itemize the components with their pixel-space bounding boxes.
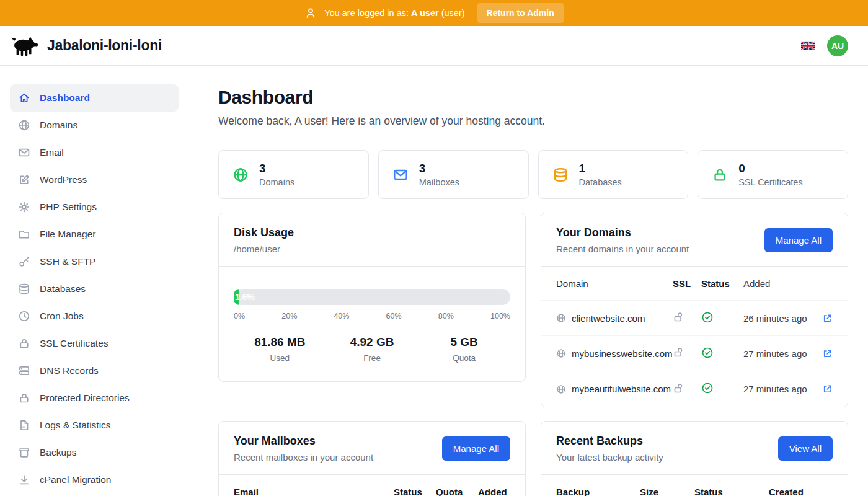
column-header: Added bbox=[478, 487, 510, 496]
sidebar-item-dns-records[interactable]: DNS Records bbox=[10, 357, 179, 384]
disk-usage-path: /home/user bbox=[234, 244, 294, 254]
scale-tick: 20% bbox=[281, 312, 297, 321]
file-icon bbox=[18, 419, 30, 432]
disk-usage-percent: 1.6% bbox=[235, 292, 255, 302]
sidebar-item-email[interactable]: Email bbox=[10, 139, 179, 166]
database-icon bbox=[552, 167, 569, 183]
disk-usage-scale: 0% 20% 40% 60% 80% 100% bbox=[234, 312, 510, 321]
column-header: Email bbox=[234, 487, 394, 496]
sidebar-item-domains[interactable]: Domains bbox=[10, 112, 179, 139]
stat-label: Mailboxes bbox=[419, 177, 459, 187]
column-header: SSL bbox=[673, 278, 701, 289]
sidebar-item-php-settings[interactable]: PHP Settings bbox=[10, 193, 179, 221]
stat-card-mailboxes[interactable]: 3 Mailboxes bbox=[378, 150, 529, 199]
check-circle-icon bbox=[701, 311, 714, 324]
column-header: Backup bbox=[556, 487, 640, 496]
stat-card-databases[interactable]: 1 Databases bbox=[538, 150, 689, 199]
download-icon bbox=[18, 474, 30, 486]
sidebar-item-ssh-sftp[interactable]: SSH & SFTP bbox=[10, 248, 179, 275]
domain-row: clientwebsite.com 26 minutes ago bbox=[541, 301, 848, 336]
clock-icon bbox=[18, 310, 30, 322]
boar-logo-icon bbox=[10, 34, 38, 58]
stats-row: 3 Domains 3 Mailboxes 1 Databases bbox=[218, 150, 848, 199]
scale-tick: 0% bbox=[234, 312, 245, 321]
view-all-backups-button[interactable]: View All bbox=[778, 436, 833, 461]
globe-icon bbox=[18, 119, 30, 131]
stat-value: 1 bbox=[579, 162, 622, 175]
sidebar-item-label: Databases bbox=[40, 283, 86, 294]
sidebar-item-label: Email bbox=[40, 147, 64, 158]
stat-value: 3 bbox=[419, 162, 459, 175]
sidebar-item-databases[interactable]: Databases bbox=[10, 275, 179, 303]
sidebar-item-backups[interactable]: Backups bbox=[10, 439, 179, 466]
column-header: Status bbox=[394, 487, 436, 496]
page-subtitle: Welcome back, A user! Here is an overvie… bbox=[218, 115, 848, 128]
stat-card-domains[interactable]: 3 Domains bbox=[218, 150, 369, 199]
unlock-icon bbox=[673, 347, 684, 358]
brand[interactable]: Jabaloni-loni-loni bbox=[10, 34, 162, 58]
lock-icon bbox=[712, 167, 728, 183]
sidebar: Dashboard Domains Email WordPress PHP Se… bbox=[0, 66, 188, 496]
external-link-icon[interactable] bbox=[822, 348, 833, 359]
database-icon bbox=[18, 283, 30, 295]
sidebar-item-label: PHP Settings bbox=[40, 202, 97, 213]
manage-all-mailboxes-button[interactable]: Manage All bbox=[442, 436, 510, 461]
sidebar-item-label: Dashboard bbox=[40, 92, 90, 104]
check-circle-icon bbox=[701, 382, 714, 394]
manage-all-domains-button[interactable]: Manage All bbox=[764, 228, 833, 252]
app-header: Jabaloni-loni-loni AU bbox=[0, 26, 868, 66]
stat-label: Databases bbox=[579, 177, 622, 187]
unlock-icon bbox=[673, 383, 684, 394]
sidebar-item-label: Cron Jobs bbox=[40, 311, 84, 322]
backups-table-header: Backup Size Status Created bbox=[541, 475, 848, 496]
your-mailboxes-card: Your Mailboxes Recent mailboxes in your … bbox=[218, 421, 526, 496]
domain-added: 27 minutes ago bbox=[743, 384, 819, 394]
column-header: Domain bbox=[556, 278, 673, 289]
disk-stat-quota: 5 GB Quota bbox=[418, 335, 510, 363]
sidebar-item-cpanel-migration[interactable]: cPanel Migration bbox=[10, 466, 179, 494]
sidebar-item-dashboard[interactable]: Dashboard bbox=[10, 84, 179, 112]
uk-flag-icon[interactable] bbox=[801, 41, 815, 50]
person-icon bbox=[304, 7, 317, 19]
server-icon bbox=[18, 365, 30, 377]
external-link-icon[interactable] bbox=[822, 313, 833, 324]
external-link-icon[interactable] bbox=[822, 384, 833, 394]
column-header: Status bbox=[701, 278, 743, 289]
sidebar-item-label: Backups bbox=[40, 447, 76, 458]
stat-label: SSL Certificates bbox=[738, 177, 802, 187]
sidebar-item-label: WordPress bbox=[40, 174, 87, 185]
sidebar-item-file-manager[interactable]: File Manager bbox=[10, 221, 179, 248]
recent-backups-card: Recent Backups Your latest backup activi… bbox=[541, 421, 848, 496]
stat-value: 3 bbox=[259, 162, 294, 175]
scale-tick: 60% bbox=[386, 312, 402, 321]
sidebar-item-protected-directories[interactable]: Protected Directories bbox=[10, 384, 179, 412]
scale-tick: 40% bbox=[334, 312, 349, 321]
scale-tick: 100% bbox=[490, 312, 510, 321]
globe-icon bbox=[556, 313, 566, 323]
sidebar-item-cron-jobs[interactable]: Cron Jobs bbox=[10, 303, 179, 330]
column-header: Created bbox=[769, 487, 833, 496]
domain-row: mybusinesswebsite.com 27 minutes ago bbox=[541, 336, 848, 371]
domain-row: mybeautifulwebsite.com 27 minutes ago bbox=[541, 371, 848, 407]
sidebar-item-wordpress[interactable]: WordPress bbox=[10, 166, 179, 193]
domain-name: clientwebsite.com bbox=[572, 313, 645, 324]
sidebar-item-ssl-certificates[interactable]: SSL Certificates bbox=[10, 330, 179, 357]
sidebar-item-label: DNS Records bbox=[40, 365, 99, 376]
stat-label: Domains bbox=[259, 177, 294, 187]
scale-tick: 80% bbox=[438, 312, 454, 321]
archive-icon bbox=[18, 446, 30, 459]
lock-icon bbox=[18, 337, 30, 350]
sidebar-item-logs-statistics[interactable]: Logs & Statistics bbox=[10, 412, 179, 439]
globe-icon bbox=[556, 384, 566, 394]
globe-icon bbox=[232, 167, 249, 183]
stat-card-ssl-certificates[interactable]: 0 SSL Certificates bbox=[698, 150, 848, 199]
column-header: Status bbox=[694, 487, 769, 496]
sidebar-item-label: File Manager bbox=[40, 229, 95, 240]
card-title: Disk Usage bbox=[234, 226, 294, 239]
disk-stat-label: Used bbox=[234, 353, 326, 363]
avatar[interactable]: AU bbox=[827, 35, 848, 56]
disk-usage-card: Disk Usage /home/user 1.6% 0% 20% 40% 60… bbox=[218, 213, 526, 382]
banner-message: You are logged in as: A user (user) bbox=[324, 8, 464, 18]
folder-icon bbox=[18, 228, 30, 241]
return-to-admin-button[interactable]: Return to Admin bbox=[477, 3, 564, 23]
